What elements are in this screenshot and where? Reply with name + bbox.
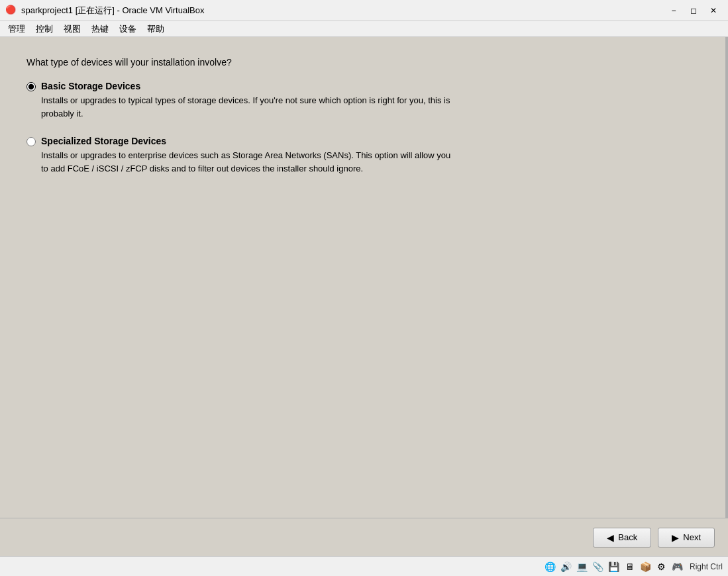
specialized-storage-desc: Installs or upgrades to enterprise devic… (41, 149, 452, 175)
basic-storage-desc: Installs or upgrades to typical types of… (41, 94, 452, 120)
status-icon-display: 🖥 (623, 560, 637, 573)
right-ctrl-label: Right Ctrl (690, 562, 723, 571)
status-icon-gamepad: 🎮 (671, 560, 684, 573)
specialized-storage-radio[interactable] (26, 137, 36, 146)
menu-bar: 管理控制视图热键设备帮助 (0, 21, 728, 37)
main-content: What type of devices will your installat… (0, 37, 728, 556)
next-label: Next (683, 532, 701, 542)
window-controls: − ◻ ✕ (664, 3, 723, 18)
basic-storage-title[interactable]: Basic Storage Devices (41, 81, 140, 91)
status-icon-usb: 💻 (576, 560, 589, 573)
status-icon-shared: 📎 (592, 560, 605, 573)
back-label: Back (618, 532, 637, 542)
basic-storage-option-block: Basic Storage Devices Installs or upgrad… (26, 81, 702, 120)
status-icon-disk: 💾 (607, 560, 621, 573)
next-arrow-icon: ▶ (672, 532, 679, 543)
title-bar-left: 🔴 sparkproject1 [正在运行] - Oracle VM Virtu… (5, 5, 204, 17)
restore-button[interactable]: ◻ (684, 3, 703, 18)
status-icon-audio: 🔊 (560, 560, 573, 573)
minimize-button[interactable]: − (664, 3, 683, 18)
menu-item-管理[interactable]: 管理 (3, 21, 30, 36)
virtualbox-icon: 🔴 (5, 5, 17, 17)
menu-item-控制[interactable]: 控制 (30, 21, 58, 36)
next-button[interactable]: ▶ Next (658, 528, 715, 548)
menu-item-视图[interactable]: 视图 (58, 21, 86, 36)
basic-storage-radio[interactable] (26, 82, 36, 91)
menu-item-热键[interactable]: 热键 (86, 21, 114, 36)
status-bar: 🌐 🔊 💻 📎 💾 🖥 📦 ⚙ 🎮 Right Ctrl (0, 556, 728, 576)
menu-item-帮助[interactable]: 帮助 (142, 21, 170, 36)
specialized-storage-label: Specialized Storage Devices (26, 136, 702, 146)
basic-storage-label: Basic Storage Devices (26, 81, 702, 91)
title-bar: 🔴 sparkproject1 [正在运行] - Oracle VM Virtu… (0, 0, 728, 21)
menu-item-设备[interactable]: 设备 (114, 21, 142, 36)
window-title: sparkproject1 [正在运行] - Oracle VM Virtual… (21, 5, 204, 17)
status-icon-package: 📦 (639, 560, 652, 573)
back-arrow-icon: ◀ (607, 532, 614, 543)
question-text: What type of devices will your installat… (26, 57, 702, 68)
specialized-storage-title[interactable]: Specialized Storage Devices (41, 136, 166, 146)
status-icon-network: 🌐 (544, 560, 557, 573)
button-bar: ◀ Back ▶ Next (0, 518, 728, 556)
close-button[interactable]: ✕ (704, 3, 723, 18)
specialized-storage-option-block: Specialized Storage Devices Installs or … (26, 136, 702, 175)
back-button[interactable]: ◀ Back (593, 528, 651, 548)
vm-screen: What type of devices will your installat… (0, 37, 728, 518)
status-icon-settings: ⚙ (655, 560, 668, 573)
